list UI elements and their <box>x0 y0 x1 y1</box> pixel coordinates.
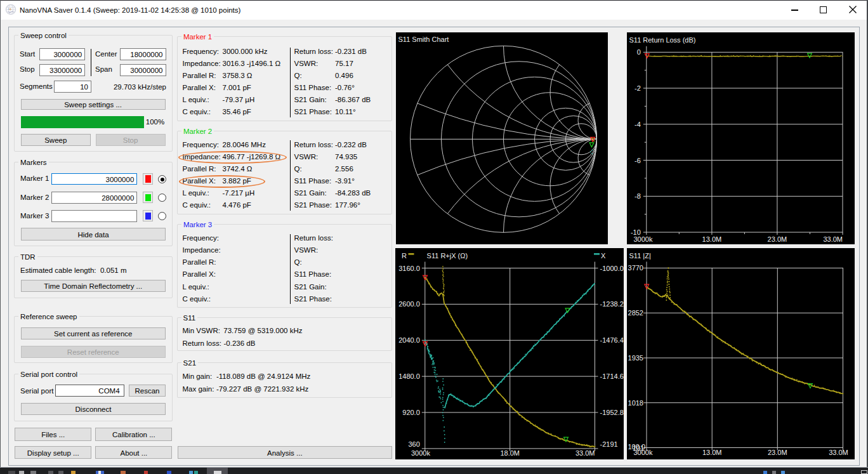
svg-text:1935: 1935 <box>628 354 643 362</box>
svg-text:2600.0: 2600.0 <box>398 300 420 308</box>
svg-text:-1714.6: -1714.6 <box>600 372 624 380</box>
svg-text:1018: 1018 <box>628 399 643 407</box>
svg-text:-1000.0: -1000.0 <box>600 265 624 272</box>
svg-text:33.0M: 33.0M <box>823 235 843 243</box>
svg-text:-4: -4 <box>635 121 641 128</box>
svg-text:1480.0: 1480.0 <box>398 372 420 380</box>
svg-text:-6: -6 <box>635 157 641 164</box>
svg-text:2040.0: 2040.0 <box>398 336 420 344</box>
svg-text:-2191: -2191 <box>600 440 618 448</box>
svg-text:33.0M: 33.0M <box>829 449 848 456</box>
svg-text:920.0: 920.0 <box>402 409 420 416</box>
svg-text:360: 360 <box>408 440 419 448</box>
svg-text:-8: -8 <box>635 192 641 200</box>
svg-text:0: 0 <box>636 48 640 56</box>
svg-text:3000k: 3000k <box>633 235 652 243</box>
svg-text:-1238.2: -1238.2 <box>600 300 624 308</box>
svg-text:S11 |Z|: S11 |Z| <box>629 252 650 260</box>
svg-text:-1952.8: -1952.8 <box>600 409 624 416</box>
svg-text:23.0M: 23.0M <box>768 449 787 456</box>
svg-text:S11 R+jX (Ω): S11 R+jX (Ω) <box>427 252 468 260</box>
svg-text:18.0M: 18.0M <box>500 449 520 457</box>
svg-text:X: X <box>601 252 606 260</box>
svg-text:2852: 2852 <box>628 309 643 317</box>
svg-text:13.0M: 13.0M <box>702 235 721 243</box>
svg-text:-1476.4: -1476.4 <box>600 336 624 344</box>
svg-text:3160.0: 3160.0 <box>398 265 420 272</box>
svg-text:13.0M: 13.0M <box>702 449 721 456</box>
svg-text:S11 Smith Chart: S11 Smith Chart <box>398 36 449 43</box>
svg-text:R: R <box>402 252 407 260</box>
svg-text:3000k: 3000k <box>633 449 652 456</box>
svg-text:33.0M: 33.0M <box>575 449 595 457</box>
svg-text:23.0M: 23.0M <box>767 235 787 243</box>
svg-text:S11 Return Loss (dB): S11 Return Loss (dB) <box>629 36 695 44</box>
svg-text:3770: 3770 <box>628 264 643 272</box>
svg-text:-2: -2 <box>635 84 641 92</box>
svg-text:3000k: 3000k <box>411 449 430 457</box>
